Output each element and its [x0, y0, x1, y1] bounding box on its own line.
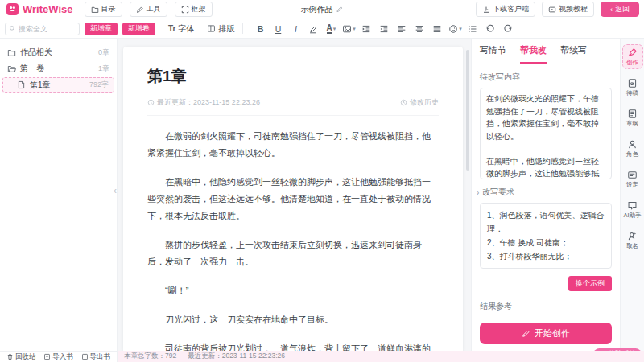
- redo-button[interactable]: [500, 22, 516, 36]
- list-button[interactable]: [464, 22, 481, 36]
- doc-icon: [17, 80, 26, 89]
- header-nav: 目录 工具 框架: [85, 2, 213, 17]
- rail-item-characters[interactable]: 角色: [622, 136, 643, 161]
- image-icon: [342, 24, 352, 34]
- nav-tools-button[interactable]: 工具: [130, 2, 167, 17]
- editor-scrollbar[interactable]: [466, 50, 469, 171]
- tree-item-label: 第1章: [30, 80, 51, 91]
- paragraph[interactable]: “唰！”: [147, 282, 439, 299]
- tree-item-count: 0章: [98, 47, 109, 58]
- search-box[interactable]: [5, 23, 80, 35]
- font-tr-icon: Tr: [168, 24, 175, 33]
- chapter-title[interactable]: 第1章: [147, 66, 439, 87]
- download-client-button[interactable]: 下载客户端: [476, 2, 535, 17]
- nav-catalog-button[interactable]: 目录: [85, 2, 122, 17]
- requirements-header: › 改写要求: [480, 187, 612, 198]
- import-icon: [43, 353, 51, 360]
- layout-icon: [207, 24, 216, 33]
- new-chapter-button[interactable]: 新增章: [85, 23, 118, 35]
- undo-button[interactable]: [482, 22, 498, 36]
- rail-item-draft[interactable]: 待稿: [622, 75, 643, 100]
- trash-icon: [6, 353, 14, 360]
- rail-item-label: AI助手: [623, 212, 641, 220]
- tab-write-plot[interactable]: 写情节: [480, 44, 506, 64]
- highlighter-button[interactable]: [305, 22, 321, 36]
- tree-item-label: 第一卷: [20, 63, 44, 74]
- editor-canvas: 第1章 最近更新：2023-11-15 22:23:26 修改历史 在微弱的剑火…: [118, 39, 471, 351]
- font-color-icon: A: [327, 24, 332, 34]
- rewrite-content-input[interactable]: 在剑的微弱火光的照耀下，午德勉强挡住了一刀，尽管视线被阻挡，他紧紧握住宝剑，毫不…: [480, 88, 612, 179]
- new-volume-button[interactable]: 新增卷: [122, 23, 155, 35]
- paragraph[interactable]: 在微弱的剑火照耀下，司徒南勉强挡住了一刀，尽管视线被阻挡，他紧紧握住宝剑，毫不敢…: [147, 128, 439, 162]
- align-justify-icon: [432, 24, 442, 34]
- nav-frame-button[interactable]: 框架: [175, 2, 213, 17]
- chapter-tree-sidebar: 作品相关 0章 第一卷 1章 第1章 792字: [0, 39, 118, 351]
- brand-name: WriteWise: [23, 3, 73, 15]
- emoji-button[interactable]: ▾: [447, 22, 463, 36]
- video-tutorial-button[interactable]: 视频教程: [542, 2, 594, 17]
- tab-help-rewrite[interactable]: 帮我改: [520, 44, 547, 64]
- pen-nib-icon: [627, 47, 638, 58]
- requirement-item[interactable]: 2、午德 换成 司徒南；: [487, 236, 605, 249]
- requirements-input[interactable]: 1、润色段落，语句优美、逻辑合理； 2、午德 换成 司徒南； 3、打斗桥段华丽无…: [480, 203, 612, 269]
- word-count: 本章总字数：792: [124, 352, 176, 361]
- right-tool-rail: 创作 待稿 章纲 角色 设定 AI助手 取名: [620, 39, 644, 351]
- highlighter-icon: [308, 24, 318, 34]
- export-book-button[interactable]: 导出书: [81, 352, 111, 362]
- font-menu-button[interactable]: Tr 字体: [168, 23, 194, 35]
- chevron-left-icon: ‹: [610, 6, 613, 14]
- recycle-bin-button[interactable]: 回收站: [6, 352, 36, 362]
- align-center-button[interactable]: [411, 22, 427, 36]
- app-header: WriteWise 目录 工具 框架 示例作品 下载客户端 视频教程 ‹ 返回: [0, 0, 644, 19]
- rail-item-chapter-outline[interactable]: 章纲: [622, 105, 643, 130]
- paragraph[interactable]: 刀光闪过，这一刀实实在在地命中了目标。: [147, 311, 439, 328]
- tree-item-volume1[interactable]: 第一卷 1章: [0, 60, 117, 76]
- align-left-icon: [397, 24, 407, 34]
- underline-button[interactable]: U: [270, 22, 286, 36]
- chapter-meta: 最近更新：2023-11-15 22:23:26 修改历史: [147, 97, 439, 116]
- back-button[interactable]: ‹ 返回: [601, 2, 639, 17]
- chevron-right-icon[interactable]: ›: [477, 188, 479, 197]
- italic-button[interactable]: I: [287, 22, 303, 36]
- start-writing-button[interactable]: 开始创作: [480, 323, 612, 344]
- rail-item-settings[interactable]: 设定: [622, 167, 643, 191]
- import-book-button[interactable]: 导入书: [43, 352, 73, 362]
- draft-doc-icon: [627, 78, 638, 88]
- search-input[interactable]: [19, 25, 73, 33]
- sidebar-collapse-handle[interactable]: ‹: [114, 185, 117, 196]
- bold-button[interactable]: B: [252, 22, 268, 36]
- paragraph[interactable]: 司徒南的背后被刀光划过，一道气浪炸，背上留下了一道鲜血淋漓的伤口。: [147, 340, 439, 351]
- format-menu-button[interactable]: 排版: [207, 23, 234, 35]
- align-center-icon: [415, 24, 424, 34]
- requirement-item[interactable]: 3、打斗桥段华丽无比；: [487, 249, 605, 263]
- rail-item-label: 创作: [626, 59, 638, 67]
- frame-icon: [181, 6, 189, 14]
- rail-item-create[interactable]: 创作: [622, 44, 643, 69]
- indent-button[interactable]: [358, 22, 374, 36]
- assistant-tabs: 写情节 帮我改 帮续写: [480, 44, 612, 64]
- tab-help-continue[interactable]: 帮续写: [560, 44, 587, 64]
- tree-item-chapter1-selected[interactable]: 第1章 792字: [2, 77, 114, 93]
- result-reference-label: 结果参考: [480, 301, 612, 312]
- rail-item-naming[interactable]: 取名: [622, 228, 643, 253]
- paragraph[interactable]: 在黑暗中，他隐约感觉到一丝轻微的脚步声，这让他勉强能够抵挡一些突然的袭击，但这还…: [147, 174, 439, 224]
- insert-image-button[interactable]: ▾: [341, 22, 357, 36]
- indent-icon: [361, 24, 371, 34]
- rail-item-ai-helper[interactable]: AI助手: [622, 197, 643, 222]
- footer-updated: 最近更新：2023-11-15 22:23:26: [188, 352, 285, 361]
- change-sample-button[interactable]: 换个示例: [568, 276, 612, 291]
- paragraph[interactable]: 熬拼的步伐轻盈，上一次攻击结束后立刻切换，迅速来到司徒南身后，发动了一次强力一击…: [147, 237, 439, 270]
- requirement-item[interactable]: 1、润色段落，语句优美、逻辑合理；: [487, 208, 605, 236]
- editor-content[interactable]: 在微弱的剑火照耀下，司徒南勉强挡住了一刀，尽管视线被阻挡，他紧紧握住宝剑，毫不敢…: [147, 128, 439, 351]
- edit-title-icon[interactable]: [336, 6, 344, 13]
- tree-item-works[interactable]: 作品相关 0章: [0, 44, 117, 60]
- video-icon: [548, 6, 556, 14]
- person-name-icon: [627, 231, 638, 241]
- outdent-button[interactable]: [376, 22, 392, 36]
- rail-item-label: 取名: [626, 242, 638, 250]
- history-link[interactable]: 修改历史: [400, 97, 439, 108]
- tree-item-count: 1章: [98, 64, 109, 74]
- align-left-button[interactable]: [394, 22, 410, 36]
- font-color-button[interactable]: A▾: [323, 22, 339, 36]
- align-justify-button[interactable]: [429, 22, 445, 36]
